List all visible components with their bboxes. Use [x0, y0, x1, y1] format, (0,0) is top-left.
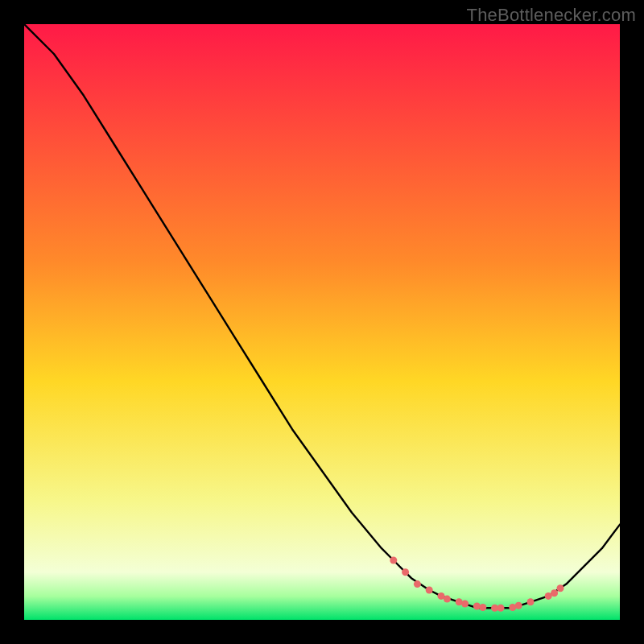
plot-area — [24, 24, 620, 620]
highlight-dot — [461, 601, 469, 608]
highlight-dot — [444, 596, 451, 603]
highlight-dot — [390, 557, 397, 564]
chart-frame: TheBottlenecker.com — [0, 0, 644, 644]
highlight-dot — [473, 602, 481, 609]
highlight-dot — [515, 602, 522, 609]
highlight-dot — [557, 584, 564, 592]
watermark-text: TheBottlenecker.com — [467, 5, 636, 26]
gradient-background — [24, 24, 620, 620]
highlight-dot — [479, 604, 486, 611]
highlight-dot — [426, 587, 433, 594]
bottleneck-chart — [24, 24, 620, 620]
highlight-dot — [527, 598, 535, 605]
highlight-dot — [551, 589, 558, 597]
highlight-dot — [402, 568, 409, 576]
highlight-dot — [497, 605, 505, 612]
highlight-dot — [414, 580, 421, 588]
